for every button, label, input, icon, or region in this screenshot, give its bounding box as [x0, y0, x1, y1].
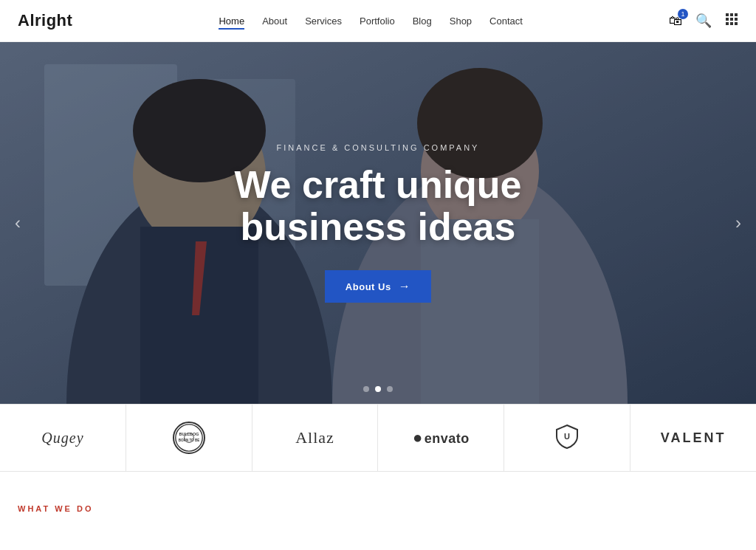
client-logo-qugey: Qugey: [41, 430, 83, 447]
cart-icon[interactable]: 🛍 1: [669, 13, 682, 29]
svg-rect-5: [735, 18, 738, 21]
nav-link-portfolio[interactable]: Portfolio: [360, 16, 395, 27]
nav-link-services[interactable]: Services: [305, 16, 342, 27]
svg-rect-0: [726, 13, 729, 16]
clients-section: Qugey BULLDOG BORN TO BE Allaz ●envato U…: [0, 404, 756, 472]
arrow-icon: →: [399, 280, 411, 293]
svg-rect-3: [726, 18, 729, 21]
nav-link-home[interactable]: Home: [219, 16, 244, 30]
svg-rect-8: [735, 22, 738, 25]
svg-rect-6: [726, 22, 729, 25]
hero-dot-2[interactable]: [375, 386, 381, 392]
svg-rect-2: [735, 13, 738, 16]
svg-rect-7: [730, 22, 733, 25]
client-logo-envato: ●envato: [413, 428, 470, 447]
client-envato[interactable]: ●envato: [378, 405, 504, 471]
search-icon[interactable]: 🔍: [695, 13, 712, 29]
nav-item-contact[interactable]: Contact: [489, 14, 523, 27]
site-logo[interactable]: Alright: [18, 11, 72, 30]
client-logo-shield: U: [554, 423, 580, 453]
svg-rect-4: [730, 18, 733, 21]
nav-item-shop[interactable]: Shop: [450, 14, 472, 27]
nav-item-blog[interactable]: Blog: [413, 14, 432, 27]
about-us-button[interactable]: About Us →: [325, 270, 431, 303]
hero-next-button[interactable]: ›: [728, 205, 749, 241]
nav-item-home[interactable]: Home: [219, 14, 244, 27]
svg-text:U: U: [564, 432, 570, 441]
client-logo-bulldog: BULLDOG BORN TO BE: [173, 422, 205, 454]
nav-link-about[interactable]: About: [262, 16, 287, 27]
client-shield[interactable]: U: [504, 405, 630, 471]
nav-link-shop[interactable]: Shop: [450, 16, 472, 27]
svg-text:BULLDOG: BULLDOG: [179, 432, 199, 436]
hero-dot-1[interactable]: [363, 386, 369, 392]
client-allaz[interactable]: Allaz: [252, 405, 379, 471]
nav-link-blog[interactable]: Blog: [413, 16, 432, 27]
client-qugey[interactable]: Qugey: [0, 405, 126, 471]
header-actions: 🛍 1 🔍: [669, 13, 738, 30]
hero-content: FINANCE & CONSULTING COMPANY We craft un…: [0, 42, 756, 404]
cart-count: 1: [678, 9, 688, 19]
header: Alright Home About Services Portfolio Bl…: [0, 0, 756, 42]
client-logo-allaz: Allaz: [295, 428, 334, 447]
hero-dot-3[interactable]: [387, 386, 393, 392]
nav-item-about[interactable]: About: [262, 14, 287, 27]
hero-prev-button[interactable]: ‹: [7, 205, 28, 241]
what-we-do-section: WHAT WE DO: [0, 472, 756, 529]
svg-rect-1: [730, 13, 733, 16]
main-nav: Home About Services Portfolio Blog Shop …: [219, 14, 522, 27]
client-logo-valent: VALENT: [661, 430, 726, 446]
hero-pagination: [363, 386, 393, 392]
nav-link-contact[interactable]: Contact: [489, 16, 523, 27]
hero-section: ‹ › FINANCE & CONSULTING COMPANY We craf…: [0, 42, 756, 404]
svg-text:BORN TO BE: BORN TO BE: [179, 439, 199, 442]
grid-menu-icon[interactable]: [725, 13, 738, 30]
section-tag-what-we-do: WHAT WE DO: [18, 504, 94, 513]
hero-subtitle: FINANCE & CONSULTING COMPANY: [277, 143, 480, 152]
hero-title: We craft unique business ideas: [234, 164, 521, 248]
nav-item-services[interactable]: Services: [305, 14, 342, 27]
client-valent[interactable]: VALENT: [630, 405, 756, 471]
client-bulldog[interactable]: BULLDOG BORN TO BE: [126, 405, 252, 471]
nav-item-portfolio[interactable]: Portfolio: [360, 14, 395, 27]
